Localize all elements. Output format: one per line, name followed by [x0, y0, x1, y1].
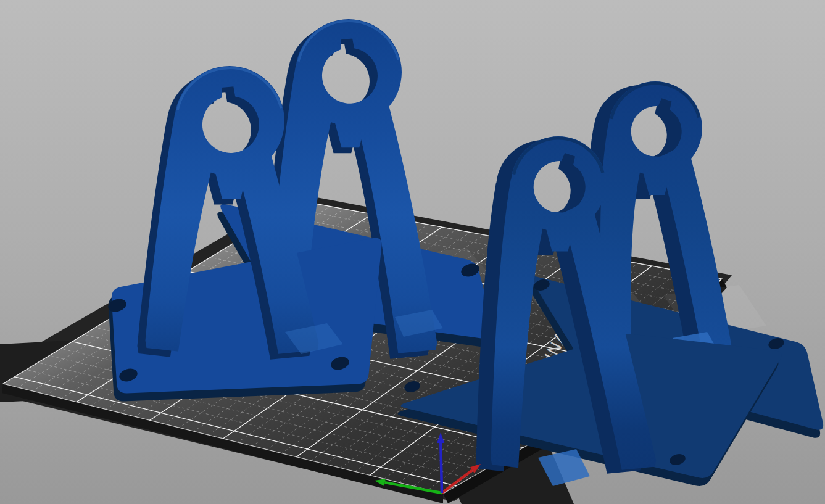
slicer-3d-viewport[interactable]: ORIGINAL PR [0, 0, 825, 504]
